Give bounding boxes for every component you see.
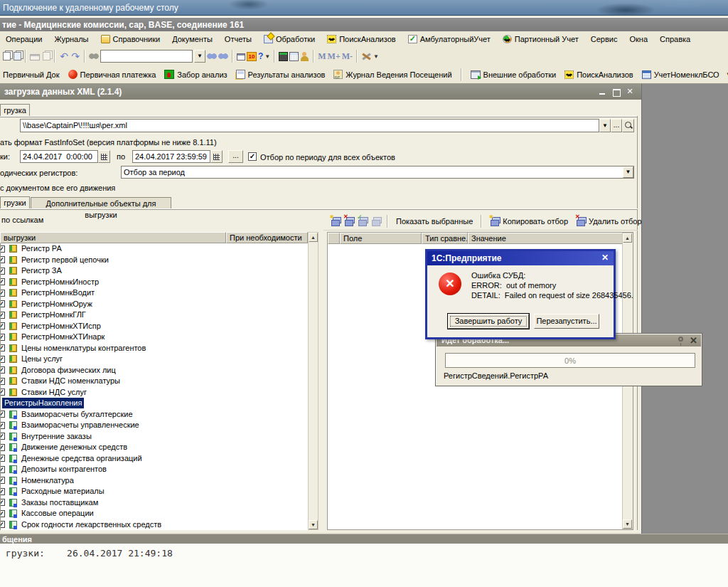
tab-main[interactable]: грузка	[0, 104, 30, 116]
tree-row[interactable]: ✓Заказы поставщикам	[1, 497, 308, 509]
menu-item[interactable]: Справочники	[101, 35, 161, 43]
row-checkbox[interactable]: ✓	[0, 499, 5, 506]
close-icon[interactable]: ✕	[599, 253, 611, 263]
row-checkbox[interactable]: ✓	[0, 356, 5, 363]
row-checkbox[interactable]: ✓	[0, 455, 5, 462]
tree-row[interactable]: ✓Взаиморасчеты бухгалтерские	[1, 409, 308, 421]
tree-row[interactable]: ✓Депозиты контрагентов	[1, 464, 308, 475]
row-checkbox[interactable]: ✓	[0, 521, 5, 528]
row-checkbox[interactable]: ✓	[0, 278, 5, 285]
xml-path-field[interactable]: \\base\CaptainP\!!!!шя\per.xml	[20, 119, 599, 132]
period-to-field[interactable]: 24.04.2017 23:59:59	[132, 150, 210, 163]
row-checkbox[interactable]: ✓	[0, 268, 5, 275]
tree-row[interactable]: ✓РегистрНомнкГЛГ	[1, 310, 308, 321]
help-topics-icon[interactable]: 10	[247, 52, 257, 61]
tree-row[interactable]: ✓Внутренние заказы	[1, 431, 308, 443]
toolbar-overflow-icon[interactable]: ▼	[373, 53, 379, 60]
redo-icon[interactable]: ↷	[70, 51, 80, 61]
tree-row[interactable]: ✓РегистрНомнкОруж	[1, 299, 308, 310]
scroll-up-icon[interactable]: ▲	[309, 233, 318, 242]
calendar-picker-icon[interactable]	[98, 150, 110, 163]
memory-mminus-button[interactable]: М-	[342, 51, 353, 62]
tree-row[interactable]: ✓Договора физических лиц	[1, 365, 308, 376]
registers-combo[interactable]: Отбор за период	[121, 166, 634, 179]
maximize-button[interactable]	[611, 87, 622, 97]
scroll-down-icon[interactable]: ▼	[623, 519, 632, 529]
tree-row[interactable]: ✓Срок годности лекарственных средств	[1, 519, 308, 531]
close-button[interactable]: ✕	[624, 87, 636, 97]
period-from-field[interactable]: 24.04.2017 0:00:00	[20, 150, 98, 163]
row-checkbox[interactable]: ✓	[0, 510, 5, 517]
search-dropdown-arrow-icon[interactable]: ▼	[194, 50, 205, 63]
row-checkbox[interactable]: ✓	[0, 300, 5, 307]
path-dropdown-arrow-icon[interactable]: ▼	[599, 119, 611, 132]
menu-item[interactable]: Окна	[629, 35, 648, 43]
copy-icon[interactable]	[3, 52, 11, 60]
memory-mplus-button[interactable]: М+	[328, 51, 341, 62]
tree-row[interactable]: ✓РегистрНомнкХТИнарк	[1, 332, 308, 343]
tree-column-objects[interactable]: выгрузки	[0, 232, 226, 243]
tree-column-necessity[interactable]: При необходимости	[226, 232, 308, 243]
menu-item[interactable]: Партионный Учет	[503, 35, 579, 43]
period-options-button[interactable]: ...	[228, 150, 243, 163]
tree-row[interactable]: ✓Расходные материалы	[1, 486, 308, 497]
row-checkbox[interactable]: ✓	[0, 245, 5, 253]
rdp-titlebar[interactable]: Подключение к удаленному рабочему столу	[0, 0, 728, 16]
print-icon[interactable]	[30, 54, 40, 60]
toolbar-button[interactable]: УчетНоменклБСО	[640, 70, 722, 80]
error-titlebar[interactable]: 1С:Предприятие	[427, 251, 614, 265]
tree-row[interactable]: ✓РегистрНомнкВодит	[1, 287, 308, 299]
add-filter-icon[interactable]	[331, 217, 341, 226]
tab-export-objects[interactable]: грузки	[0, 196, 30, 208]
registers-dropdown-arrow-icon[interactable]: ▼	[623, 166, 633, 178]
menu-item[interactable]: Документы	[172, 35, 213, 43]
toolbar-button[interactable]: Первичный Док	[1, 70, 62, 80]
menu-item[interactable]: Отчеты	[225, 35, 252, 43]
toolbar-button[interactable]: Журнал Ведения Посещений	[331, 69, 454, 80]
tree-row[interactable]: ✓Номенклатура	[1, 475, 308, 487]
menu-item[interactable]: АмбулаторныйУчет	[408, 35, 491, 43]
tree-scrollbar[interactable]: ▲ ▼	[308, 232, 318, 530]
scroll-down-icon[interactable]: ▼	[309, 520, 318, 529]
find-prev-icon[interactable]	[218, 53, 228, 60]
calendar-icon[interactable]	[289, 52, 299, 61]
row-checkbox[interactable]: ✓	[0, 312, 5, 319]
quick-search-input[interactable]	[100, 50, 193, 63]
print-preview-icon[interactable]	[43, 52, 50, 60]
row-checkbox[interactable]: ✓	[0, 411, 5, 418]
windows-icon[interactable]	[237, 53, 245, 60]
tab-additional-objects[interactable]: Дополнительные объекты для выгрузки	[31, 197, 171, 208]
row-checkbox[interactable]: ✓	[0, 322, 5, 329]
menu-item[interactable]: ПоискАнализов	[327, 35, 395, 43]
user-icon[interactable]	[300, 52, 309, 61]
terminate-button[interactable]: Завершить работу	[448, 314, 529, 329]
row-checkbox[interactable]: ✓	[0, 477, 5, 484]
window-titlebar[interactable]: загрузка данных XML (2.1.4)	[0, 84, 641, 100]
toolbar-button[interactable]: Внешние обработки	[469, 70, 559, 80]
tree-row[interactable]: ✓РегистрНомнкИностр	[1, 277, 308, 288]
menu-item[interactable]: Обработки	[264, 35, 315, 43]
service-messages-bar[interactable]: бщения	[0, 534, 728, 544]
copy-selection-button[interactable]: Копировать отбор	[488, 216, 570, 226]
memory-m-button[interactable]: М	[318, 51, 326, 62]
tree-row[interactable]: ✓Кассовые операции	[1, 508, 308, 519]
tree-row[interactable]: ✓Ставки НДС услуг	[1, 387, 308, 398]
row-checkbox[interactable]: ✓	[0, 344, 5, 351]
find-icon[interactable]	[89, 53, 99, 60]
tree-row[interactable]: ✓Ставки НДС номенклатуры	[1, 376, 308, 387]
find-next-icon[interactable]	[207, 53, 217, 60]
pin-icon[interactable]	[678, 337, 683, 342]
calendar-picker-icon[interactable]	[210, 150, 223, 163]
app-titlebar[interactable]: тие - Медицинские комиссии, сар, BASE, с…	[0, 17, 728, 31]
tree-row[interactable]: ✓Регистр первой цепочки	[1, 255, 308, 266]
row-checkbox[interactable]: ✓	[0, 334, 5, 341]
menu-item[interactable]: Операции	[6, 35, 42, 43]
fields-column-value[interactable]: Значение	[468, 233, 623, 244]
calculator-icon[interactable]	[279, 52, 288, 61]
scroll-up-icon[interactable]: ▲	[623, 233, 632, 243]
row-checkbox[interactable]: ✓	[0, 433, 5, 440]
toolbar-button[interactable]: Забор анализ	[162, 69, 229, 80]
fields-column-compare[interactable]: Тип сравне...	[422, 233, 468, 244]
tree-row[interactable]: ✓Цены услуг	[1, 354, 308, 365]
remove-filter-icon[interactable]	[344, 217, 354, 226]
